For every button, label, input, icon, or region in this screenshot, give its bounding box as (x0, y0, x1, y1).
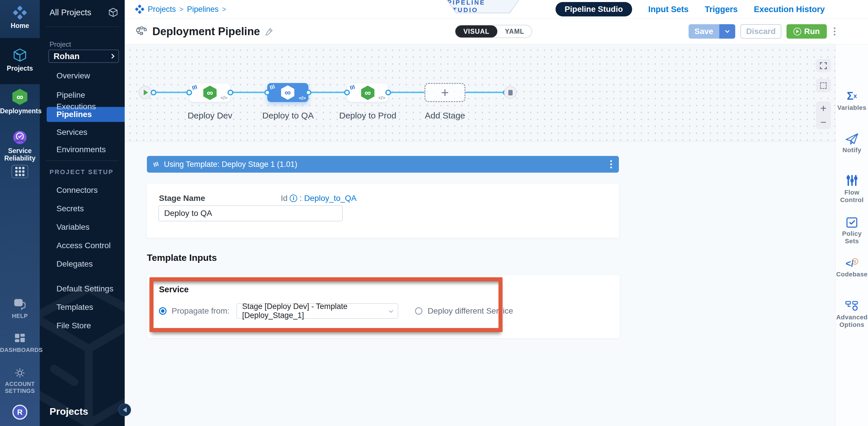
different-service-label: Deploy different Service (428, 306, 513, 316)
dashboards-icon (0, 333, 40, 344)
template-banner[interactable]: Using Template: Deploy Stage 1 (1.01) (147, 156, 619, 173)
pipeline-canvas[interactable]: ∞ </> Deploy Dev ∞ </> Deploy to QA ∞ </… (125, 45, 835, 142)
sidebar-item-account-settings[interactable]: ACCOUNT SETTINGS (0, 367, 40, 394)
pipeline-studio-badge: PIPELINE STUDIO (447, 0, 519, 13)
node-port (385, 90, 391, 95)
template-inputs-heading: Template Inputs (147, 253, 217, 263)
discard-button[interactable]: Discard (740, 24, 781, 39)
sidebar-item-environments[interactable]: Environments (57, 144, 106, 155)
sidebar-item-delegates[interactable]: Delegates (57, 258, 93, 270)
sidebar-item-deployments[interactable]: ∞ Deployments (0, 89, 40, 115)
code-view-icon: </> (299, 95, 306, 101)
user-avatar[interactable]: R (0, 405, 40, 420)
info-icon[interactable]: i (290, 195, 297, 202)
sidebar-item-access-control[interactable]: Access Control (57, 240, 111, 251)
panel-item-codebase[interactable]: </! Codebase (835, 258, 868, 278)
breadcrumb-bar: Projects > Pipelines > PIPELINE STUDIO P… (125, 0, 868, 19)
project-cube-icon[interactable] (108, 7, 118, 17)
sidebar-item-secrets[interactable]: Secrets (57, 203, 84, 215)
project-name: Rohan (54, 52, 80, 61)
toggle-visual[interactable]: VISUAL (455, 25, 497, 37)
template-options-menu[interactable] (609, 159, 614, 170)
stage-node-deploy-to-prod[interactable]: ∞ </> (347, 83, 388, 102)
toggle-yaml[interactable]: YAML (497, 25, 532, 37)
tab-execution-history[interactable]: Execution History (754, 5, 825, 14)
right-tool-panel: Σx Variables Notify Flow Control Polic (835, 45, 868, 426)
tab-triggers[interactable]: Triggers (705, 5, 738, 14)
project-selector[interactable]: Rohan (49, 50, 119, 63)
notify-paperplane-icon (845, 133, 858, 145)
sidebar-item-label: ACCOUNT SETTINGS (4, 380, 36, 394)
breadcrumb-pipelines[interactable]: Pipelines (187, 5, 219, 14)
fullscreen-button[interactable] (816, 59, 831, 72)
sidebar-item-pipeline-executions[interactable]: Pipeline Executions (57, 89, 125, 101)
cd-hexagon-icon: ∞ (0, 89, 40, 105)
stage-name-input[interactable] (158, 205, 343, 221)
zoom-controls: + − (816, 102, 831, 129)
sidebar-item-file-store[interactable]: File Store (57, 320, 91, 332)
save-options-button[interactable] (719, 24, 735, 39)
sidebar-item-help[interactable]: HELP (0, 299, 40, 319)
service-heading: Service (159, 285, 189, 294)
sidebar-item-home[interactable]: Home (0, 6, 40, 29)
sidebar-item-overview[interactable]: Overview (57, 70, 90, 82)
advanced-options-icon (845, 300, 859, 312)
stop-icon (508, 90, 513, 95)
id-label: Id (281, 194, 287, 203)
add-stage-button[interactable]: + (425, 83, 465, 102)
play-icon (794, 28, 801, 35)
tab-pipeline-studio[interactable]: Pipeline Studio (556, 2, 632, 17)
top-tabs: Pipeline Studio Input Sets Triggers Exec… (556, 0, 825, 19)
zoom-out-button[interactable]: − (820, 116, 826, 129)
sidebar-collapse-button[interactable] (118, 403, 131, 416)
sidebar-item-templates[interactable]: Templates (57, 302, 93, 313)
propagate-stage-select[interactable]: Stage [Deploy Dev] - Template [Deploy_St… (237, 303, 398, 319)
breadcrumb-projects[interactable]: Projects (148, 5, 176, 14)
save-split-button: Save (689, 24, 735, 39)
tab-input-sets[interactable]: Input Sets (648, 5, 689, 14)
chevron-right-icon (110, 54, 115, 59)
panel-item-flow-control[interactable]: Flow Control (835, 175, 868, 204)
sidebar-item-default-settings[interactable]: Default Settings (57, 283, 114, 294)
propagate-radio[interactable] (159, 307, 166, 315)
all-projects-link[interactable]: All Projects (50, 8, 91, 17)
nav-rail: Home Projects ∞ Deployments (0, 0, 40, 426)
sidebar-item-variables[interactable]: Variables (57, 221, 90, 233)
sidebar-item-pipelines[interactable]: Pipelines (57, 109, 92, 120)
different-service-radio[interactable] (415, 307, 423, 315)
marquee-select-button[interactable] (816, 79, 831, 92)
pipeline-start-node (138, 86, 152, 99)
sidebar-item-service-reliability[interactable]: Service Reliability (0, 130, 40, 162)
header-actions: Save Discard Run (689, 24, 837, 39)
sidebar-item-connectors[interactable]: Connectors (57, 184, 98, 196)
panel-item-policy-sets[interactable]: Policy Sets (835, 217, 868, 245)
more-options-menu[interactable] (832, 26, 837, 37)
sidebar-item-label: Projects (0, 64, 40, 72)
chevron-down-icon (725, 29, 730, 33)
stage-id-value: : Deploy_to_QA (300, 194, 356, 203)
template-library-icon (350, 85, 355, 90)
stage-config-panel: Using Template: Deploy Stage 1 (1.01) St… (125, 142, 835, 426)
node-port (306, 90, 311, 95)
project-sidebar: All Projects Project Rohan Overview Pipe… (40, 0, 125, 426)
template-library-icon (153, 162, 159, 167)
stage-node-deploy-to-qa[interactable]: ∞ </> (267, 83, 308, 102)
play-icon (144, 90, 148, 95)
sidebar-item-services[interactable]: Services (57, 126, 87, 138)
edit-pencil-icon[interactable] (265, 27, 273, 35)
selected-stage-value: Stage [Deploy Dev] - Template [Deploy_St… (242, 302, 390, 320)
panel-item-advanced-options[interactable]: Advanced Options (835, 300, 868, 329)
panel-item-variables[interactable]: Σx Variables (835, 90, 868, 112)
panel-item-notify[interactable]: Notify (835, 133, 868, 154)
save-button[interactable]: Save (689, 24, 719, 39)
sidebar-item-projects[interactable]: Projects (0, 48, 40, 72)
stage-name-card: Stage Name Id i : Deploy_to_QA (147, 184, 619, 238)
home-icon (0, 6, 40, 20)
sidebar-item-dashboards[interactable]: DASHBOARDS (0, 333, 40, 353)
pipeline-graph-icon (136, 27, 147, 36)
fullscreen-icon (820, 62, 827, 69)
apps-grid-button[interactable] (0, 165, 40, 178)
run-button[interactable]: Run (786, 24, 827, 39)
stage-node-deploy-dev[interactable]: ∞ </> (189, 83, 230, 102)
zoom-in-button[interactable]: + (820, 102, 826, 115)
